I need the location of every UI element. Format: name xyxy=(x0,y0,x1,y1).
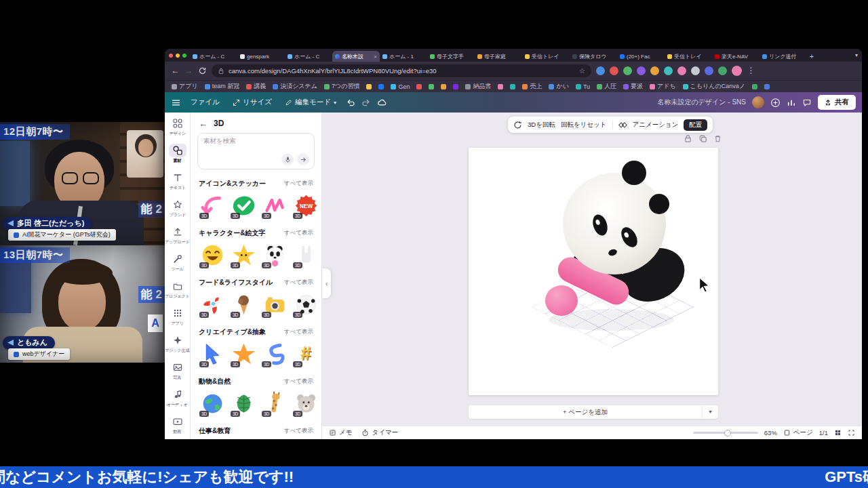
bookmark-favicon-only[interactable] xyxy=(366,84,372,89)
sticker-pink-arrow-3d[interactable]: 3D xyxy=(199,192,226,220)
sticker-leaf-3d[interactable]: 3D xyxy=(230,390,258,418)
bookmark-favicon-only[interactable] xyxy=(498,84,503,89)
bookmark-item[interactable]: 決済システム xyxy=(273,82,317,91)
zoom-slider[interactable] xyxy=(693,432,758,434)
extension-icon[interactable] xyxy=(596,66,605,75)
add-page-button[interactable]: + ページを追加 ▾ xyxy=(469,405,718,419)
file-menu-button[interactable]: ファイル xyxy=(187,96,223,109)
sticker-camera-3d[interactable]: 3D xyxy=(261,291,289,319)
sidebar-item-apps[interactable]: アプリ xyxy=(165,303,191,330)
browser-tab[interactable]: 受信トレイ xyxy=(665,51,712,62)
bookmark-item[interactable]: アプリ xyxy=(172,82,198,91)
browser-tab-active[interactable]: 名称未設× xyxy=(332,51,380,62)
bookmark-item[interactable]: 納品書 xyxy=(465,82,491,91)
bookmark-favicon-only[interactable] xyxy=(453,84,458,89)
duplicate-page-icon[interactable] xyxy=(698,134,707,143)
animation-button[interactable]: アニメーション xyxy=(633,121,679,129)
bookmark-item[interactable]: 講義 xyxy=(246,82,266,91)
sticker-earth-3d[interactable]: 3D xyxy=(199,390,226,418)
emoji-star-3d[interactable]: 3D xyxy=(230,241,258,269)
extension-icon[interactable] xyxy=(664,66,673,75)
insights-chart-icon[interactable] xyxy=(787,98,796,107)
invite-member-icon[interactable] xyxy=(770,98,781,108)
show-all-link[interactable]: すべて表示 xyxy=(284,378,313,386)
browser-tab[interactable]: genspark xyxy=(237,51,285,62)
browser-tab[interactable]: 保険タロウ xyxy=(570,51,617,62)
timer-button[interactable]: タイマー xyxy=(361,428,398,437)
redo-icon[interactable] xyxy=(361,98,371,107)
undo-icon[interactable] xyxy=(346,98,355,107)
emoji-laughing-3d[interactable]: 3D xyxy=(199,241,226,269)
maximize-window-button[interactable] xyxy=(182,54,186,58)
bookmark-item[interactable]: 人圧 xyxy=(597,82,616,91)
share-button[interactable]: 共有 xyxy=(818,95,856,110)
rotate-3d-button[interactable]: 3Dを回転 xyxy=(528,121,555,129)
design-page[interactable] xyxy=(469,148,718,395)
back-arrow-icon[interactable]: ← xyxy=(199,119,208,128)
bookmark-favicon-only[interactable] xyxy=(441,84,446,89)
hamburger-menu-icon[interactable] xyxy=(171,98,181,108)
sticker-pink-scribble-3d[interactable]: 3D xyxy=(261,192,289,220)
window-controls[interactable] xyxy=(167,49,190,62)
extension-icon[interactable] xyxy=(677,66,686,75)
lock-page-icon[interactable] xyxy=(684,134,692,143)
document-title[interactable]: 名称未設定のデザイン - SNS xyxy=(657,98,746,107)
sidebar-item-design[interactable]: デザイン xyxy=(165,113,191,140)
page-view-button[interactable]: ページ xyxy=(783,428,813,437)
sidebar-item-projects[interactable]: プロジェクト xyxy=(165,276,191,303)
reset-rotation-button[interactable]: 回転をリセット xyxy=(561,121,607,129)
sidebar-item-video[interactable]: 動画 xyxy=(165,411,191,439)
bookmark-favicon-only[interactable] xyxy=(429,84,434,89)
sticker-hashtag-3d[interactable]: ##3D xyxy=(292,340,320,368)
notes-button[interactable]: メモ xyxy=(329,428,352,437)
extension-icon[interactable] xyxy=(650,66,659,75)
sidebar-item-brand[interactable]: ブランド xyxy=(165,195,191,222)
show-all-link[interactable]: すべて表示 xyxy=(284,279,313,287)
bookmark-item[interactable]: Gen xyxy=(391,83,410,90)
sticker-icecream-3d[interactable]: 3D xyxy=(230,291,258,319)
sidebar-item-magic[interactable]: マジック生成 xyxy=(165,330,191,357)
extension-icon[interactable] xyxy=(623,66,632,75)
bookmark-item[interactable]: team 新冠 xyxy=(205,82,240,91)
browser-tab[interactable]: ホーム - C xyxy=(285,51,332,62)
extension-icon[interactable] xyxy=(691,66,700,75)
close-tab-icon[interactable]: × xyxy=(374,54,377,60)
canvas-area[interactable]: ‹ 3Dを回転 回転をリセット アニメーション 配置 xyxy=(322,113,862,439)
bookmark-item[interactable]: こもりんのCanvaノ xyxy=(683,82,745,91)
tab-search-button[interactable]: ▾ xyxy=(851,49,862,62)
sticker-orange-star-3d[interactable]: 3D xyxy=(230,340,258,368)
sidebar-item-tools[interactable]: ツール xyxy=(165,249,191,276)
browser-tab[interactable]: 受信トレイ xyxy=(522,51,570,62)
sticker-giraffe-3d[interactable]: 3D xyxy=(261,390,289,418)
sticker-squiggle-3d[interactable]: 3D xyxy=(261,340,289,368)
panel-collapse-button[interactable]: ‹ xyxy=(322,268,331,298)
extension-icon[interactable] xyxy=(705,66,713,75)
profile-avatar[interactable] xyxy=(732,66,742,76)
sidebar-item-photos[interactable]: 写真 xyxy=(165,357,191,384)
browser-tab[interactable]: ホーム - 1 xyxy=(380,51,427,62)
bookmark-favicon-only[interactable] xyxy=(764,84,770,89)
back-button[interactable]: ← xyxy=(171,62,180,80)
forward-button[interactable]: → xyxy=(184,62,193,80)
browser-tab[interactable]: (20+) Fac xyxy=(617,51,665,62)
bookmark-item[interactable]: 要派 xyxy=(623,82,643,91)
close-window-button[interactable] xyxy=(169,54,173,58)
extension-icon[interactable] xyxy=(718,66,727,75)
add-page-dropdown[interactable]: ▾ xyxy=(702,405,718,419)
sticker-cursor-3d[interactable]: 3D xyxy=(199,340,226,368)
sticker-soccer-3d[interactable]: 3D xyxy=(292,291,320,319)
browser-tab[interactable]: 楽天e-NAV xyxy=(712,51,760,62)
search-submit-button[interactable] xyxy=(297,153,309,165)
new-tab-button[interactable]: + xyxy=(807,51,816,62)
browser-tab[interactable]: 母子家庭 xyxy=(475,51,522,62)
sidebar-item-uploads[interactable]: アップロード xyxy=(165,222,191,249)
search-box[interactable] xyxy=(197,133,315,169)
address-bar[interactable]: canva.com/design/DAG4hXnKalY/brlYIJL8cId… xyxy=(212,64,591,77)
grid-view-icon[interactable] xyxy=(834,429,842,436)
browser-tab[interactable]: ホーム - C xyxy=(190,51,237,62)
mic-button[interactable] xyxy=(281,153,294,165)
sticker-new-badge-3d[interactable]: NEW3D xyxy=(292,192,320,220)
resize-button[interactable]: リサイズ xyxy=(229,96,275,109)
bookmark-star-icon[interactable]: ☆ xyxy=(579,67,585,75)
user-avatar[interactable] xyxy=(752,96,764,108)
